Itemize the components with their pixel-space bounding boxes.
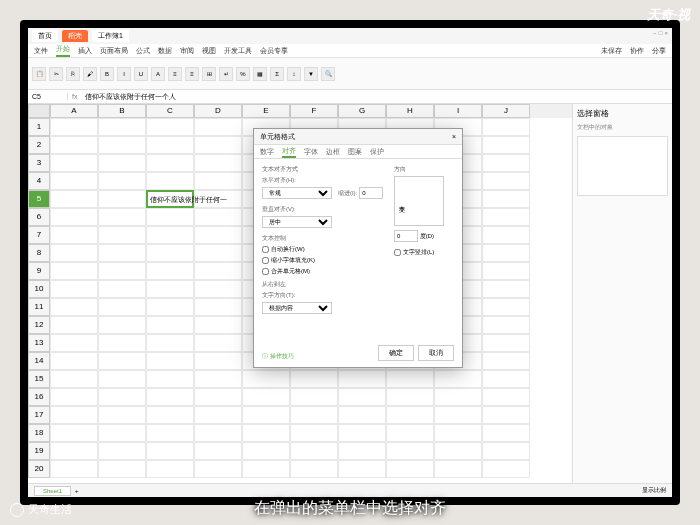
cell[interactable] xyxy=(482,208,530,226)
cell[interactable] xyxy=(50,298,98,316)
menu-unsaved[interactable]: 未保存 xyxy=(601,46,622,56)
name-box[interactable]: C5 xyxy=(28,93,68,100)
cell[interactable] xyxy=(50,406,98,424)
cell[interactable] xyxy=(242,388,290,406)
cell[interactable] xyxy=(194,280,242,298)
number-format-icon[interactable]: % xyxy=(236,67,250,81)
cell[interactable] xyxy=(194,334,242,352)
cell[interactable] xyxy=(290,442,338,460)
cell[interactable] xyxy=(338,406,386,424)
tab-protect[interactable]: 保护 xyxy=(370,147,384,157)
row-header[interactable]: 1 xyxy=(28,118,50,136)
cell[interactable] xyxy=(290,370,338,388)
cell[interactable] xyxy=(482,154,530,172)
row-header[interactable]: 11 xyxy=(28,298,50,316)
tab-pattern[interactable]: 图案 xyxy=(348,147,362,157)
cell[interactable] xyxy=(482,370,530,388)
cell[interactable] xyxy=(434,460,482,478)
horiz-align-select[interactable]: 常规 xyxy=(262,187,332,199)
cell[interactable] xyxy=(482,172,530,190)
sort-icon[interactable]: ↕ xyxy=(287,67,301,81)
format-painter-icon[interactable]: 🖌 xyxy=(83,67,97,81)
add-sheet-icon[interactable]: + xyxy=(75,488,79,494)
cell[interactable] xyxy=(338,424,386,442)
align-left-icon[interactable]: ≡ xyxy=(168,67,182,81)
degree-input[interactable] xyxy=(394,230,418,242)
cell[interactable] xyxy=(194,172,242,190)
cell[interactable] xyxy=(98,172,146,190)
cell[interactable] xyxy=(434,388,482,406)
cell[interactable] xyxy=(482,280,530,298)
sheet-tab[interactable]: Sheet1 xyxy=(34,486,71,496)
cell[interactable] xyxy=(482,334,530,352)
cell[interactable] xyxy=(482,136,530,154)
cell[interactable] xyxy=(482,262,530,280)
cell[interactable] xyxy=(194,154,242,172)
cell[interactable] xyxy=(482,424,530,442)
menu-collab[interactable]: 协作 xyxy=(630,46,644,56)
formula-input[interactable]: 信仰不应该依附于任何一个人 xyxy=(81,92,672,102)
row-header[interactable]: 18 xyxy=(28,424,50,442)
wrap-icon[interactable]: ↵ xyxy=(219,67,233,81)
vert-align-select[interactable]: 居中 xyxy=(262,216,332,228)
cell[interactable] xyxy=(194,226,242,244)
tab-workbook[interactable]: 工作簿1 xyxy=(92,30,129,42)
cell[interactable] xyxy=(146,208,194,226)
cell[interactable] xyxy=(98,370,146,388)
cell[interactable] xyxy=(98,460,146,478)
dialog-close-icon[interactable]: × xyxy=(452,133,456,140)
row-header[interactable]: 13 xyxy=(28,334,50,352)
cell[interactable] xyxy=(242,442,290,460)
cell[interactable] xyxy=(194,406,242,424)
col-header[interactable]: C xyxy=(146,104,194,118)
cell[interactable] xyxy=(194,118,242,136)
row-header[interactable]: 20 xyxy=(28,460,50,478)
italic-icon[interactable]: I xyxy=(117,67,131,81)
ok-button[interactable]: 确定 xyxy=(378,345,414,361)
col-header[interactable]: G xyxy=(338,104,386,118)
cell[interactable] xyxy=(98,280,146,298)
menu-file[interactable]: 文件 xyxy=(34,46,48,56)
tab-docer[interactable]: 稻壳 xyxy=(62,30,88,42)
col-header[interactable]: J xyxy=(482,104,530,118)
cell[interactable] xyxy=(146,424,194,442)
cell[interactable] xyxy=(482,190,530,208)
cell[interactable] xyxy=(194,370,242,388)
cell[interactable] xyxy=(290,406,338,424)
cell[interactable] xyxy=(98,226,146,244)
cell[interactable] xyxy=(482,298,530,316)
cell[interactable] xyxy=(146,316,194,334)
orientation-control[interactable]: 文本 xyxy=(394,176,444,226)
cell[interactable] xyxy=(482,460,530,478)
cell[interactable] xyxy=(98,316,146,334)
cell[interactable] xyxy=(194,442,242,460)
col-header[interactable]: H xyxy=(386,104,434,118)
cell[interactable] xyxy=(242,370,290,388)
menu-share[interactable]: 分享 xyxy=(652,46,666,56)
tab-border[interactable]: 边框 xyxy=(326,147,340,157)
shrink-checkbox[interactable]: 缩小字体填充(K) xyxy=(262,256,386,265)
tab-alignment[interactable]: 对齐 xyxy=(282,146,296,158)
cell[interactable] xyxy=(98,262,146,280)
copy-icon[interactable]: ⎘ xyxy=(66,67,80,81)
select-all-corner[interactable] xyxy=(28,104,50,118)
cell[interactable] xyxy=(50,118,98,136)
menu-formula[interactable]: 公式 xyxy=(136,46,150,56)
find-icon[interactable]: 🔍 xyxy=(321,67,335,81)
close-icon[interactable]: × xyxy=(664,30,668,36)
cell[interactable] xyxy=(338,388,386,406)
bold-icon[interactable]: B xyxy=(100,67,114,81)
cell[interactable] xyxy=(98,442,146,460)
filter-icon[interactable]: ▼ xyxy=(304,67,318,81)
paste-icon[interactable]: 📋 xyxy=(32,67,46,81)
cell[interactable] xyxy=(146,334,194,352)
cell[interactable] xyxy=(50,370,98,388)
cell[interactable] xyxy=(50,424,98,442)
cell[interactable] xyxy=(338,370,386,388)
cell[interactable] xyxy=(482,406,530,424)
cell[interactable] xyxy=(98,244,146,262)
cell[interactable] xyxy=(146,442,194,460)
minimize-icon[interactable]: − xyxy=(653,30,657,36)
align-center-icon[interactable]: ≡ xyxy=(185,67,199,81)
cell[interactable] xyxy=(338,460,386,478)
